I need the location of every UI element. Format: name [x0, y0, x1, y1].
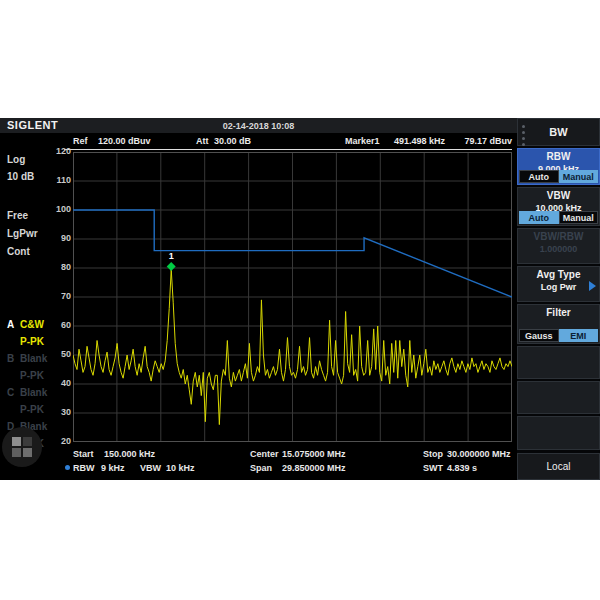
y-tick-120: 120 — [40, 146, 71, 156]
scale-type-label: Log — [7, 154, 25, 165]
vbw-rbw-value: 1.000000 — [518, 242, 599, 254]
center-value: 15.075000 MHz — [282, 449, 346, 459]
trace-c-id: C — [7, 384, 20, 401]
bw-menu-header[interactable]: BW — [517, 118, 600, 146]
vbw-rbw-title: VBW/RBW — [518, 229, 599, 242]
marker-1-diamond-icon — [167, 262, 176, 271]
att-label: Att — [196, 136, 209, 146]
trace-a-id: A — [7, 316, 20, 333]
empty-softkey-1[interactable] — [517, 346, 600, 379]
marker-1-label: 1 — [169, 251, 174, 261]
empty-softkey-2[interactable] — [517, 381, 600, 414]
grid-square-icon — [12, 437, 21, 446]
menu-grip-icon — [522, 125, 525, 149]
y-tick-70: 70 — [40, 291, 71, 301]
local-button[interactable]: Local — [517, 453, 600, 480]
y-tick-40: 40 — [40, 378, 71, 388]
grid-square-icon — [12, 448, 21, 457]
empty-softkey-3[interactable] — [517, 416, 600, 450]
vbw-rbw-ratio-softkey[interactable]: VBW/RBW 1.000000 — [517, 228, 600, 264]
trigger-mode-label: Free — [7, 210, 28, 221]
screenshot-page: SIGLENT 02-14-2018 10:08 Ref 120.00 dBuv… — [0, 0, 600, 600]
filter-title: Filter — [518, 305, 599, 318]
avg-mode-label: LgPwr — [7, 228, 38, 239]
avg-type-value: Log Pwr — [518, 280, 599, 292]
bw-menu-title: BW — [518, 119, 599, 138]
marker-amplitude: 79.17 dBuv — [442, 136, 512, 146]
trace-b-id: B — [7, 350, 20, 367]
info-separator-line — [64, 149, 512, 150]
avg-type-title: Avg Type — [518, 267, 599, 280]
y-tick-20: 20 — [40, 436, 71, 446]
home-grid-icon[interactable] — [2, 427, 42, 467]
start-value: 150.000 kHz — [104, 449, 155, 459]
rbw-label: RBW — [73, 463, 95, 473]
vbw-label: VBW — [140, 463, 161, 473]
vbw-auto-toggle[interactable]: Auto — [519, 211, 559, 224]
y-tick-30: 30 — [40, 407, 71, 417]
swt-value: 4.839 s — [447, 463, 477, 473]
vbw-softkey[interactable]: VBW 10.000 kHz Auto Manual — [517, 187, 600, 226]
trace-a-detector: P-PK — [7, 333, 47, 350]
spectrum-plot[interactable]: 1 — [73, 152, 512, 442]
local-button-label: Local — [518, 454, 599, 472]
vbw-value: 10 kHz — [166, 463, 195, 473]
rbw-auto-toggle[interactable]: Auto — [519, 170, 559, 183]
marker-label: Marker1 — [345, 136, 380, 146]
rbw-softkey[interactable]: RBW 9.000 kHz Auto Manual — [517, 148, 600, 185]
vbw-softkey-title: VBW — [518, 188, 599, 201]
avg-type-softkey[interactable]: Avg Type Log Pwr — [517, 266, 600, 302]
sweep-mode-label: Cont — [7, 246, 30, 257]
span-value: 29.850000 MHz — [282, 463, 346, 473]
ref-value: 120.00 dBuv — [98, 136, 151, 146]
grid-square-icon — [23, 448, 32, 457]
submenu-arrow-icon — [589, 281, 596, 291]
filter-gauss-toggle[interactable]: Gauss — [519, 329, 559, 342]
vbw-manual-toggle[interactable]: Manual — [559, 211, 599, 224]
analyzer-screen: SIGLENT 02-14-2018 10:08 Ref 120.00 dBuv… — [0, 118, 600, 480]
y-tick-110: 110 — [40, 175, 71, 185]
rbw-status-dot-icon — [65, 465, 70, 470]
scale-per-div-label: 10 dB — [7, 171, 34, 182]
swt-label: SWT — [423, 463, 443, 473]
rbw-manual-toggle[interactable]: Manual — [559, 170, 599, 183]
y-tick-50: 50 — [40, 349, 71, 359]
rbw-value: 9 kHz — [101, 463, 125, 473]
y-tick-100: 100 — [40, 204, 71, 214]
grid-square-icon — [23, 437, 32, 446]
span-label: Span — [250, 463, 272, 473]
att-value: 30.00 dB — [214, 136, 251, 146]
title-bar: SIGLENT 02-14-2018 10:08 — [0, 118, 517, 133]
center-label: Center — [250, 449, 279, 459]
y-tick-90: 90 — [40, 233, 71, 243]
filter-softkey[interactable]: Filter Gauss EMI — [517, 304, 600, 344]
stop-label: Stop — [423, 449, 443, 459]
softkey-panel: BW RBW 9.000 kHz Auto Manual VBW 10.000 … — [517, 118, 600, 480]
filter-emi-toggle[interactable]: EMI — [559, 329, 599, 342]
y-tick-80: 80 — [40, 262, 71, 272]
y-tick-60: 60 — [40, 320, 71, 330]
start-label: Start — [73, 449, 94, 459]
trace-c-mode: Blank — [20, 387, 47, 398]
rbw-softkey-title: RBW — [518, 149, 599, 162]
ref-label: Ref — [73, 136, 88, 146]
datetime-label: 02-14-2018 10:08 — [0, 121, 517, 131]
stop-value: 30.000000 MHz — [447, 449, 511, 459]
marker-frequency: 491.498 kHz — [394, 136, 445, 146]
